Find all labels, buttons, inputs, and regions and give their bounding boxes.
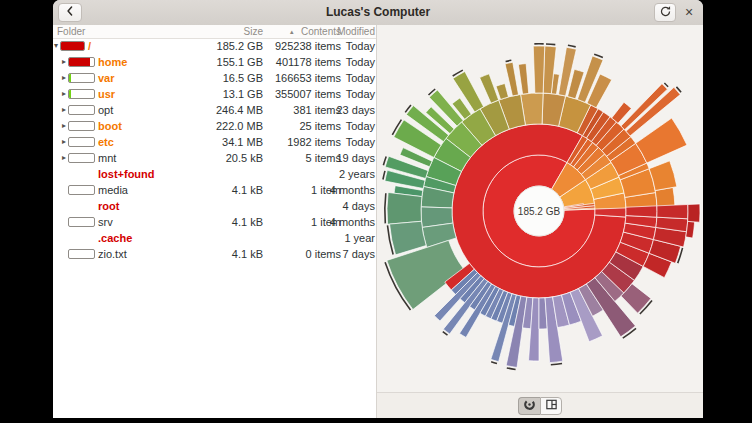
- refresh-button[interactable]: [654, 3, 676, 22]
- chart-segment[interactable]: [688, 204, 700, 222]
- chart-segment[interactable]: [518, 64, 528, 95]
- size-cell: 246.4 MB: [216, 102, 263, 118]
- modified-cell: Today: [346, 70, 375, 86]
- table-row[interactable]: ▸home155.1 GB401178 itemsToday: [53, 54, 376, 70]
- folder-tree-pane: Folder Size ▴ Contents Modified ▾/185.2 …: [53, 25, 376, 418]
- size-cell: 34.1 MB: [222, 134, 263, 150]
- modified-cell: Today: [346, 38, 375, 54]
- modified-cell: 1 year: [344, 230, 375, 246]
- app-window: Lucas's Computer × Folder Size ▴ Content…: [53, 0, 703, 418]
- usage-bar: [60, 41, 85, 51]
- chart-segment[interactable]: [686, 221, 695, 238]
- table-row[interactable]: ▸etc34.1 MB1982 itemsToday: [53, 134, 376, 150]
- expander-closed-icon[interactable]: ▸: [62, 86, 66, 102]
- contents-cell: 925238 items: [275, 38, 341, 54]
- chart-segment[interactable]: [657, 205, 688, 219]
- treemap-chart-button[interactable]: [540, 397, 562, 415]
- chart-segment[interactable]: [533, 46, 545, 93]
- expander-closed-icon[interactable]: ▸: [62, 102, 66, 118]
- contents-cell: 166653 items: [275, 70, 341, 86]
- segment-more-contents-cap: [551, 363, 562, 364]
- usage-bar: [68, 73, 95, 83]
- table-row[interactable]: ▸boot222.0 MB25 itemsToday: [53, 118, 376, 134]
- segment-more-contents-cap: [385, 193, 386, 223]
- folder-name: /: [88, 38, 91, 54]
- folder-tree: ▾/185.2 GB925238 itemsToday▸home155.1 GB…: [53, 38, 376, 418]
- table-row[interactable]: zio.txt4.1 kB0 items7 days: [53, 246, 376, 262]
- chart-segment[interactable]: [387, 192, 422, 224]
- folder-name: root: [98, 198, 119, 214]
- table-row[interactable]: .cache1 year: [53, 230, 376, 246]
- size-cell: 222.0 MB: [216, 118, 263, 134]
- chart-pane: 185.2 GB: [377, 25, 703, 418]
- table-row[interactable]: root4 days: [53, 198, 376, 214]
- table-row[interactable]: ▾/185.2 GB925238 itemsToday: [53, 38, 376, 54]
- usage-bar-fill: [61, 42, 84, 50]
- table-row[interactable]: lost+found2 years: [53, 166, 376, 182]
- tree-column-headers: Folder Size ▴ Contents Modified: [53, 25, 376, 39]
- folder-name: .cache: [98, 230, 132, 246]
- chart-segment[interactable]: [626, 206, 657, 217]
- column-header-contents[interactable]: Contents: [301, 25, 341, 38]
- close-button[interactable]: ×: [681, 2, 697, 21]
- window-title: Lucas's Computer: [53, 0, 703, 25]
- column-header-modified[interactable]: Modified: [337, 25, 375, 38]
- rings-chart: 185.2 GB: [377, 25, 703, 393]
- table-row[interactable]: ▸usr13.1 GB355007 itemsToday: [53, 86, 376, 102]
- size-cell: 4.1 kB: [232, 214, 263, 230]
- folder-name: zio.txt: [98, 246, 127, 262]
- segment-more-contents-cap: [506, 60, 512, 61]
- modified-cell: 4 months: [330, 214, 375, 230]
- usage-bar-fill: [69, 74, 71, 82]
- sort-arrow-icon[interactable]: ▴: [290, 25, 294, 38]
- modified-cell: Today: [346, 86, 375, 102]
- table-row[interactable]: srv4.1 kB1 item4 months: [53, 214, 376, 230]
- folder-name: home: [98, 54, 127, 70]
- usage-bar: [68, 217, 95, 227]
- usage-bar: [68, 249, 95, 259]
- table-row[interactable]: ▸var16.5 GB166653 itemsToday: [53, 70, 376, 86]
- modified-cell: 4 days: [343, 198, 375, 214]
- table-row[interactable]: media4.1 kB1 item4 months: [53, 182, 376, 198]
- contents-cell: 381 items: [293, 102, 341, 118]
- table-row[interactable]: ▸mnt20.5 kB5 items19 days: [53, 150, 376, 166]
- expander-closed-icon[interactable]: ▸: [62, 150, 66, 166]
- folder-name: srv: [98, 214, 113, 230]
- column-header-size[interactable]: Size: [244, 25, 263, 38]
- expander-closed-icon[interactable]: ▸: [62, 118, 66, 134]
- expander-closed-icon[interactable]: ▸: [62, 70, 66, 86]
- size-cell: 16.5 GB: [223, 70, 263, 86]
- folder-name: opt: [98, 102, 113, 118]
- usage-bar: [68, 185, 95, 195]
- folder-name: boot: [98, 118, 122, 134]
- refresh-icon: [659, 4, 672, 22]
- column-header-folder[interactable]: Folder: [57, 25, 85, 38]
- modified-cell: 19 days: [336, 150, 375, 166]
- folder-name: lost+found: [98, 166, 155, 182]
- usage-bar: [68, 153, 95, 163]
- usage-bar-fill: [69, 58, 90, 66]
- expander-open-icon[interactable]: ▾: [54, 38, 58, 54]
- modified-cell: 4 months: [330, 182, 375, 198]
- size-cell: 185.2 GB: [217, 38, 263, 54]
- modified-cell: Today: [346, 118, 375, 134]
- folder-name: media: [98, 182, 128, 198]
- expander-closed-icon[interactable]: ▸: [62, 54, 66, 70]
- modified-cell: 2 years: [339, 166, 375, 182]
- folder-name: mnt: [98, 150, 116, 166]
- segment-more-contents-cap: [491, 362, 497, 364]
- table-row[interactable]: ▸opt246.4 MB381 items23 days: [53, 102, 376, 118]
- modified-cell: 23 days: [336, 102, 375, 118]
- rings-chart-icon: [523, 397, 536, 415]
- contents-cell: 1982 items: [287, 134, 341, 150]
- rings-chart-button[interactable]: [518, 397, 540, 415]
- size-cell: 4.1 kB: [232, 246, 263, 262]
- segment-more-contents-cap: [507, 368, 516, 370]
- expander-closed-icon[interactable]: ▸: [62, 134, 66, 150]
- chart-segment[interactable]: [480, 74, 499, 103]
- titlebar: Lucas's Computer ×: [53, 0, 703, 26]
- usage-bar: [68, 137, 95, 147]
- size-cell: 13.1 GB: [223, 86, 263, 102]
- contents-cell: 355007 items: [275, 86, 341, 102]
- usage-bar: [68, 57, 95, 67]
